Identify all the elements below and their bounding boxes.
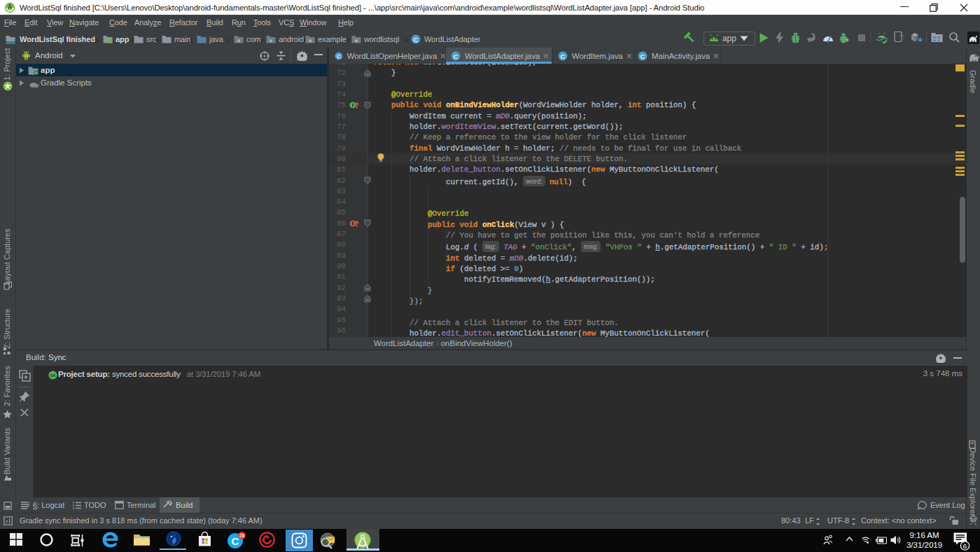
svg-text:C: C (337, 53, 341, 59)
svg-text:28: 28 (239, 533, 245, 538)
svg-text:C: C (454, 52, 458, 60)
svg-text:C: C (561, 52, 566, 60)
svg-text:C: C (640, 52, 645, 60)
svg-text:6: 6 (963, 542, 967, 550)
svg-text:C: C (414, 36, 419, 43)
svg-text:OK: OK (50, 373, 56, 378)
svg-text:C: C (232, 535, 239, 547)
